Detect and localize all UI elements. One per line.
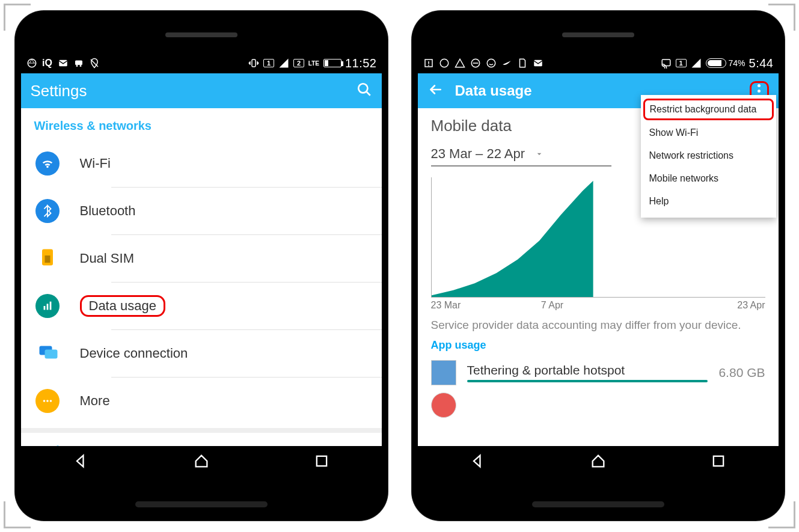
period-dropdown[interactable]: 23 Mar – 22 Apr [431, 146, 611, 167]
settings-content[interactable]: Wireless & networks Wi-FiBluetoothDual S… [21, 108, 382, 446]
chart-label: 7 Apr [541, 300, 563, 311]
svg-rect-30 [713, 456, 723, 466]
menu-item[interactable]: Show Wi-Fi [641, 121, 776, 144]
warning-icon [454, 57, 466, 69]
svg-point-18 [49, 400, 52, 402]
status-bar: iQ 1 2 LTE 11:52 [21, 53, 382, 73]
menu-item[interactable]: Help [641, 190, 776, 213]
settings-item-wifi[interactable]: Wi-Fi [21, 140, 382, 187]
alert-icon [423, 57, 435, 69]
bus-icon [73, 57, 85, 69]
menu-item[interactable]: Mobile networks [641, 167, 776, 190]
svg-rect-19 [316, 456, 326, 466]
svg-point-26 [487, 59, 495, 67]
status-time: 5:44 [749, 57, 774, 70]
nav-home-icon[interactable] [193, 453, 210, 472]
vibrate-icon [248, 57, 260, 69]
app-usage-bar [467, 380, 708, 382]
aperture-icon [438, 57, 450, 69]
svg-rect-2 [75, 61, 82, 66]
aperture-icon [26, 57, 38, 69]
svg-marker-29 [432, 181, 593, 297]
app-usage-row[interactable]: Tethering & portable hotspot6.80 GB [418, 356, 779, 389]
whatsapp-icon [485, 57, 497, 69]
svg-point-16 [43, 400, 45, 402]
period-label: 23 Mar – 22 Apr [431, 146, 525, 162]
screen-left: iQ 1 2 LTE 11:52 Settings Wireless & n [21, 53, 382, 478]
menu-item[interactable]: Network restrictions [641, 144, 776, 167]
app-icon [431, 393, 456, 418]
svg-point-3 [76, 65, 78, 67]
app-icon [431, 360, 456, 385]
phone-right: 1 74% 5:44 Data usage Restrict backgroun… [412, 11, 785, 521]
svg-point-7 [358, 84, 367, 93]
chart-label: 23 Mar [431, 300, 461, 311]
svg-rect-15 [44, 350, 57, 359]
nav-recents-icon[interactable] [710, 453, 727, 472]
settings-item-label: Dual SIM [80, 251, 134, 266]
app-size: 6.80 GB [718, 365, 765, 380]
nav-bar [21, 446, 382, 478]
phone-home-pill [135, 501, 268, 507]
phone-speaker [165, 32, 237, 37]
svg-rect-11 [43, 306, 45, 310]
settings-item-cast[interactable]: Device connection [21, 330, 382, 377]
svg-point-4 [79, 65, 81, 67]
screen-right: 1 74% 5:44 Data usage Restrict backgroun… [418, 53, 779, 478]
data-icon [35, 294, 60, 318]
settings-item-data[interactable]: Data usage [21, 283, 382, 329]
settings-item-label: Bluetooth [80, 203, 136, 219]
chart-label: 23 Apr [737, 300, 765, 311]
sim1-icon: 1 [676, 59, 687, 67]
svg-rect-10 [44, 255, 50, 263]
settings-item-label: Wi-Fi [80, 156, 111, 171]
svg-line-8 [366, 91, 370, 96]
iq-icon: iQ [41, 57, 54, 69]
appbar-title: Settings [31, 82, 344, 100]
section-header: Wireless & networks [21, 108, 382, 140]
settings-item-label: Data usage [80, 295, 166, 317]
battery-percent: 74% [729, 58, 745, 68]
sim-icon [37, 246, 58, 271]
app-bar: Data usage Restrict background dataShow … [418, 73, 779, 108]
disclaimer-text: Service provider data accounting may dif… [418, 311, 779, 339]
status-bar: 1 74% 5:44 [418, 53, 779, 73]
cast-icon [37, 341, 58, 365]
chart-x-labels: 23 Mar 7 Apr 23 Apr [431, 300, 765, 311]
back-icon[interactable] [427, 82, 443, 100]
settings-item-more[interactable]: More [21, 378, 382, 424]
settings-item-label: More [80, 393, 110, 409]
sim1-icon: 1 [263, 59, 274, 67]
nav-back-icon[interactable] [470, 453, 486, 472]
bluetooth-icon [35, 199, 60, 223]
settings-item-bluetooth[interactable]: Bluetooth [21, 188, 382, 234]
status-time: 11:52 [345, 57, 377, 70]
svg-rect-12 [46, 304, 48, 310]
signal-icon [278, 57, 290, 69]
nike-icon [501, 57, 513, 69]
phone-home-pill [532, 501, 664, 507]
wifi-icon [35, 151, 60, 176]
signal-icon [690, 57, 702, 69]
svg-rect-28 [662, 60, 670, 66]
menu-item[interactable]: Restrict background data [643, 99, 774, 120]
overflow-menu: Restrict background dataShow Wi-FiNetwor… [641, 95, 776, 218]
phone-left: iQ 1 2 LTE 11:52 Settings Wireless & n [15, 11, 388, 521]
app-row-peek[interactable] [418, 389, 779, 421]
app-name: Tethering & portable hotspot [467, 363, 708, 378]
file-icon [516, 57, 528, 69]
svg-point-22 [428, 65, 429, 66]
nav-home-icon[interactable] [590, 453, 607, 472]
battery-icon [323, 59, 341, 67]
settings-item-sim[interactable]: Dual SIM [21, 235, 382, 282]
nav-back-icon[interactable] [73, 453, 90, 472]
more-icon [35, 389, 60, 413]
nav-bar [418, 446, 779, 478]
nav-recents-icon[interactable] [313, 453, 330, 472]
search-icon[interactable] [357, 82, 372, 100]
phone-speaker [562, 32, 634, 37]
section-header-peek: Device [21, 433, 382, 446]
lte-icon: LTE [308, 57, 320, 69]
app-usage-header: App usage [418, 339, 779, 356]
sim2-icon: 2 [293, 59, 304, 67]
